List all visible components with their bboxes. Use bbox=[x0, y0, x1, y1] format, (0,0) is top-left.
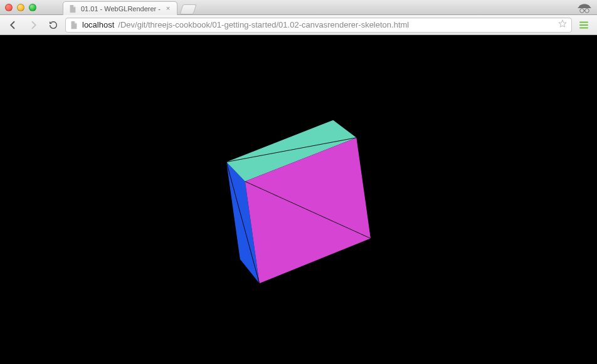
address-bar[interactable]: localhost/Dev/git/threejs-cookbook/01-ge… bbox=[65, 18, 572, 33]
bookmark-star-icon[interactable] bbox=[557, 19, 568, 31]
window-minimize-button[interactable] bbox=[17, 4, 24, 11]
new-tab-button[interactable] bbox=[179, 4, 196, 14]
back-button[interactable] bbox=[5, 18, 21, 33]
reload-button[interactable] bbox=[45, 18, 61, 33]
window-zoom-button[interactable] bbox=[29, 4, 36, 11]
window-titlebar: 01.01 - WebGLRenderer - × bbox=[0, 0, 597, 15]
traffic-lights bbox=[5, 4, 36, 11]
tab-title: 01.01 - WebGLRenderer - bbox=[81, 5, 161, 13]
rendered-box bbox=[194, 97, 399, 303]
svg-point-0 bbox=[580, 9, 584, 13]
page-icon bbox=[68, 4, 77, 13]
site-info-icon[interactable] bbox=[70, 21, 78, 29]
forward-button[interactable] bbox=[25, 18, 41, 33]
url-host: localhost bbox=[82, 20, 114, 29]
incognito-icon bbox=[577, 1, 592, 14]
svg-point-1 bbox=[585, 9, 589, 13]
tab-close-icon[interactable]: × bbox=[164, 5, 172, 13]
webgl-canvas[interactable] bbox=[0, 35, 597, 364]
browser-tab[interactable]: 01.01 - WebGLRenderer - × bbox=[63, 1, 177, 15]
url-path: /Dev/git/threejs-cookbook/01-getting-sta… bbox=[118, 20, 409, 29]
browser-toolbar: localhost/Dev/git/threejs-cookbook/01-ge… bbox=[0, 15, 597, 35]
chrome-menu-button[interactable] bbox=[576, 18, 592, 33]
tab-strip: 01.01 - WebGLRenderer - × bbox=[63, 0, 195, 14]
window-close-button[interactable] bbox=[5, 4, 13, 11]
